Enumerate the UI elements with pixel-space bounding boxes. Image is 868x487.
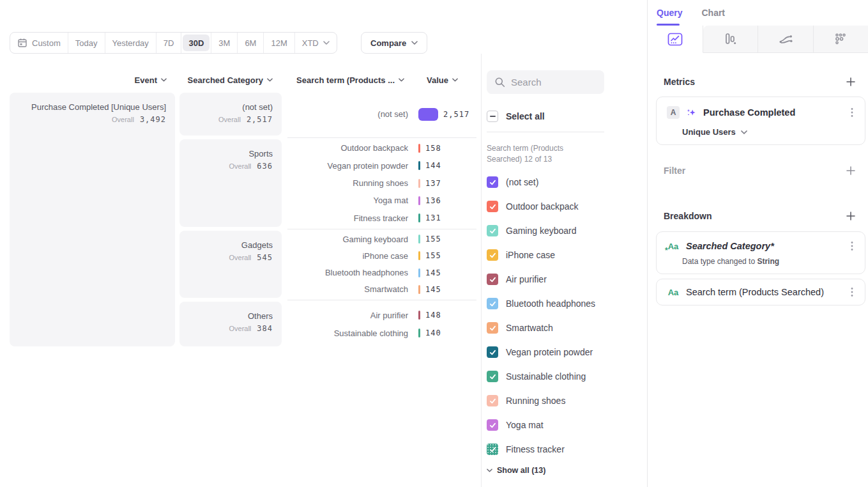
legend-item[interactable]: iPhone case: [487, 243, 647, 267]
compare-button[interactable]: Compare: [361, 32, 427, 54]
plus-icon: [846, 211, 856, 221]
series-checkbox-checked[interactable]: [487, 419, 498, 431]
series-checkbox-checked[interactable]: [487, 444, 498, 455]
term-row[interactable]: Sustainable clothing 140: [287, 324, 476, 342]
kebab-menu-icon[interactable]: [847, 241, 857, 251]
column-header-searched-category[interactable]: Searched Category: [179, 75, 273, 85]
value-bar[interactable]: [418, 285, 420, 294]
series-checkbox-checked[interactable]: [487, 298, 498, 309]
series-checkbox-checked[interactable]: [487, 201, 498, 212]
category-cell-others[interactable]: Others Overall384: [179, 302, 282, 346]
column-header-search-term[interactable]: Search term (Products ...: [287, 75, 404, 85]
chevron-down-icon: [267, 78, 273, 82]
add-breakdown-button[interactable]: [846, 211, 856, 221]
metric-card[interactable]: A Purchase Completed Unique Users: [656, 97, 865, 145]
date-range-yesterday[interactable]: Yesterday: [105, 33, 156, 53]
query-builder-panel: Query Chart: [647, 0, 868, 487]
chevron-down-icon: [399, 78, 404, 82]
term-group-others: Air purifier 148 Sustainable clothing 14…: [287, 302, 476, 346]
value-bar[interactable]: [418, 311, 420, 320]
category-cell-sports[interactable]: Sports Overall636: [179, 139, 282, 227]
term-row[interactable]: Yoga mat 136: [287, 192, 476, 209]
date-range-7d[interactable]: 7D: [156, 33, 181, 53]
tab-chart[interactable]: Chart: [701, 0, 725, 26]
legend-search[interactable]: [487, 70, 604, 94]
legend-item[interactable]: Vegan protein powder: [487, 340, 647, 364]
breakdown-card-searched-category[interactable]: Aa* Searched Category* Data type changed…: [656, 231, 865, 274]
breakdown-property-name: Search term (Products Searched): [686, 287, 841, 297]
series-checkbox-checked[interactable]: [487, 176, 498, 188]
date-range-custom[interactable]: Custom: [10, 33, 68, 53]
add-metric-button[interactable]: [846, 77, 856, 87]
legend-item[interactable]: Running shoes: [487, 389, 647, 413]
column-header-value[interactable]: Value: [427, 75, 478, 85]
legend-item[interactable]: Air purifier: [487, 267, 647, 291]
term-row[interactable]: Outdoor backpack 158: [287, 139, 476, 157]
legend-item[interactable]: Fitness tracker: [487, 437, 647, 461]
date-range-6m[interactable]: 6M: [237, 33, 263, 53]
tab-funnels-report[interactable]: [703, 26, 758, 53]
breakdown-card-search-term[interactable]: Aa Search term (Products Searched): [656, 279, 865, 305]
value-bar[interactable]: [418, 213, 420, 222]
show-all-link[interactable]: Show all (13): [487, 466, 647, 475]
legend-item[interactable]: Yoga mat: [487, 413, 647, 437]
series-checkbox-checked[interactable]: [487, 225, 498, 236]
select-all-row[interactable]: Select all: [487, 111, 647, 122]
kebab-menu-icon[interactable]: [847, 287, 857, 297]
term-row[interactable]: Vegan protein powder 144: [287, 157, 476, 174]
analytics-app: Custom Today Yesterday 7D 30D 3M 6M 12M …: [0, 0, 868, 487]
value-bar[interactable]: [418, 268, 420, 277]
series-checkbox-checked[interactable]: [487, 371, 498, 382]
date-range-12m[interactable]: 12M: [263, 33, 294, 53]
column-header-event[interactable]: Event: [10, 75, 167, 85]
term-row[interactable]: Running shoes 137: [287, 174, 476, 192]
legend-item[interactable]: Smartwatch: [487, 316, 647, 340]
tab-query-active[interactable]: Query: [657, 0, 682, 26]
series-checkbox-checked[interactable]: [487, 346, 498, 358]
date-range-xtd[interactable]: XTD: [294, 33, 337, 53]
series-checkbox-checked[interactable]: [487, 249, 498, 261]
term-row[interactable]: Air purifier 148: [287, 306, 476, 324]
term-row[interactable]: Bluetooth headphones 145: [287, 265, 476, 281]
tab-flows-report[interactable]: [758, 26, 813, 53]
tab-insights-report-active[interactable]: [648, 26, 703, 53]
date-range-today[interactable]: Today: [68, 33, 105, 53]
term-row[interactable]: iPhone case 155: [287, 247, 476, 264]
value-bar[interactable]: [418, 251, 420, 260]
legend-search-input[interactable]: [511, 77, 598, 88]
value-bar[interactable]: [418, 179, 420, 188]
date-range-3m[interactable]: 3M: [211, 33, 237, 53]
value-bar[interactable]: [418, 329, 420, 337]
term-row[interactable]: Fitness tracker 131: [287, 210, 476, 227]
value-bar[interactable]: [418, 144, 420, 153]
legend-item[interactable]: Gaming keyboard: [487, 219, 647, 243]
term-row[interactable]: (not set) 2,517: [287, 105, 476, 123]
category-cell-gadgets[interactable]: Gadgets Overall545: [179, 231, 282, 298]
value-bar[interactable]: [418, 161, 420, 170]
term-row[interactable]: Gaming keyboard 155: [287, 231, 476, 247]
kebab-menu-icon[interactable]: [847, 107, 857, 118]
breakdown-heading-row: Breakdown: [656, 210, 865, 221]
term-group-gadgets: Gaming keyboard 155 iPhone case 155 Blue…: [287, 231, 476, 298]
category-cell-not-set[interactable]: (not set) Overall2,517: [179, 93, 282, 135]
series-checkbox-checked[interactable]: [487, 395, 498, 406]
add-filter-button[interactable]: [846, 166, 856, 176]
legend-item[interactable]: (not set): [487, 170, 647, 194]
legend-item[interactable]: Sustainable clothing: [487, 364, 647, 389]
metric-name: Purchase Completed: [703, 107, 841, 118]
series-checkbox-checked[interactable]: [487, 274, 498, 285]
event-cell[interactable]: Purchase Completed [Unique Users] Overal…: [10, 93, 175, 346]
term-row[interactable]: Smartwatch 145: [287, 281, 476, 298]
date-range-30d-selected[interactable]: 30D: [181, 33, 211, 53]
select-all-checkbox-indeterminate[interactable]: [487, 111, 498, 122]
legend-item[interactable]: Bluetooth headphones: [487, 291, 647, 316]
series-checkbox-checked[interactable]: [487, 322, 498, 334]
value-bar[interactable]: [418, 196, 420, 205]
legend-item[interactable]: Outdoor backpack: [487, 194, 647, 219]
event-name: Purchase Completed [Unique Users]: [16, 102, 166, 112]
tab-retention-report[interactable]: [813, 26, 868, 53]
breakdown-property-name: Searched Category*: [686, 241, 841, 251]
value-bar[interactable]: [418, 108, 438, 121]
value-bar[interactable]: [418, 235, 420, 244]
measure-dropdown[interactable]: Unique Users: [682, 127, 857, 137]
